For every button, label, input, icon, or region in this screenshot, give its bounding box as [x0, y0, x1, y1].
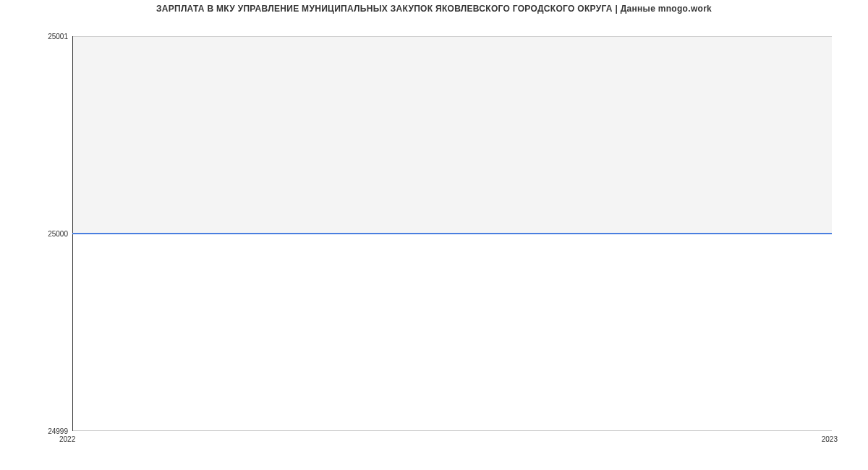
y-tick-label: 25001: [48, 33, 68, 40]
y-tick-label: 24999: [48, 427, 68, 435]
plot-area: [72, 36, 832, 431]
x-tick-label: 2023: [822, 435, 838, 443]
data-line: [72, 233, 832, 234]
chart-container: ЗАРПЛАТА В МКУ УПРАВЛЕНИЕ МУНИЦИПАЛЬНЫХ …: [0, 0, 868, 470]
y-tick-label: 25000: [48, 230, 68, 238]
x-tick-label: 2022: [59, 435, 75, 443]
plot-lower-band: [72, 234, 832, 431]
plot-upper-band: [72, 36, 832, 234]
chart-title: ЗАРПЛАТА В МКУ УПРАВЛЕНИЕ МУНИЦИПАЛЬНЫХ …: [0, 4, 868, 14]
